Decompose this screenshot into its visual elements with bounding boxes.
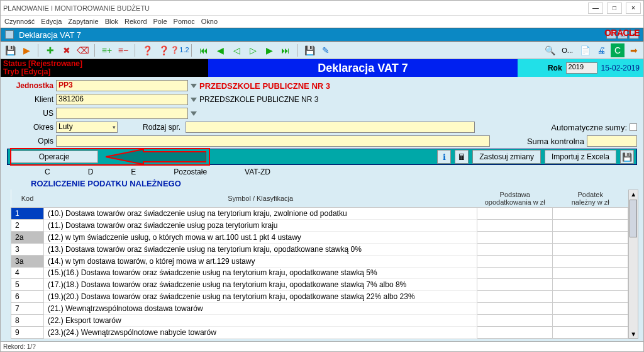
tab-e[interactable]: E [131, 167, 136, 176]
table-row: 4(15.)(16.) Dostawa towarów oraz świadcz… [11, 267, 628, 279]
cell-kod[interactable]: 3a [11, 255, 44, 267]
menu-pomoc[interactable]: Pomoc [174, 18, 195, 25]
tab-c[interactable]: C [45, 167, 50, 176]
close-button[interactable]: × [626, 3, 641, 14]
menu-rekord[interactable]: Rekord [125, 18, 147, 25]
cell-kod[interactable]: 3 [11, 243, 44, 255]
cell-podstawa[interactable] [477, 219, 553, 231]
tab-pozostale[interactable]: Pozostałe [174, 167, 207, 176]
refresh-icon[interactable]: C [611, 43, 625, 57]
scroll-up-icon[interactable]: ▲ [630, 190, 636, 198]
section-title: ROZLICZENIE PODATKU NALEŻNEGO [7, 179, 637, 190]
cell-kod[interactable]: 2 [11, 219, 44, 231]
okres-dropdown-icon[interactable]: ▾ [113, 124, 116, 130]
prev-page-icon[interactable]: ◁ [230, 43, 243, 57]
menu-zapytanie[interactable]: Zapytanie [68, 18, 98, 25]
export-icon[interactable]: 💾 [620, 150, 634, 164]
cell-podatek[interactable] [553, 327, 628, 339]
vertical-scrollbar[interactable]: ▲ ▼ [628, 190, 638, 339]
cell-podstawa[interactable] [477, 255, 553, 267]
cell-kod[interactable]: 6 [11, 291, 44, 303]
cell-podstawa[interactable] [477, 303, 553, 315]
help2-icon[interactable]: ❓ [157, 43, 170, 57]
save2-icon[interactable]: 💾 [303, 43, 316, 57]
last-record-icon[interactable]: ⏭ [279, 43, 292, 57]
add-row-icon[interactable]: ✚ [43, 43, 57, 57]
svg-marker-0 [106, 149, 206, 164]
tab-d[interactable]: D [88, 167, 94, 176]
cell-podatek[interactable] [553, 291, 628, 303]
maximize-button[interactable]: □ [607, 3, 622, 14]
cell-podatek[interactable] [553, 315, 628, 327]
klient-field[interactable]: 381206 [56, 94, 188, 105]
document-icon[interactable]: 📄 [578, 43, 592, 57]
cell-podatek[interactable] [553, 267, 628, 279]
cell-kod[interactable]: 4 [11, 267, 44, 279]
first-record-icon[interactable]: ⏮ [197, 43, 211, 57]
cell-podatek[interactable] [553, 219, 628, 231]
menu-blok[interactable]: Blok [105, 18, 118, 25]
menu-edycja[interactable]: Edycja [41, 18, 62, 25]
cell-podatek[interactable] [553, 231, 628, 243]
scroll-down-icon[interactable]: ▼ [630, 330, 636, 338]
clear-row-icon[interactable]: ⌫ [76, 43, 90, 57]
menu-okno[interactable]: Okno [201, 18, 218, 25]
klient-dropdown-icon[interactable] [191, 98, 197, 102]
cell-podatek[interactable] [553, 255, 628, 267]
cell-podstawa[interactable] [477, 231, 553, 243]
calculator-icon[interactable]: 🖩 [455, 150, 469, 164]
cell-podstawa[interactable] [477, 327, 553, 339]
prev-record-icon[interactable]: ◀ [213, 43, 227, 57]
scroll-thumb[interactable] [630, 200, 637, 237]
cell-podstawa[interactable] [477, 208, 553, 220]
print2-icon[interactable]: 🖨 [594, 43, 608, 57]
menu-pole[interactable]: Pole [153, 18, 167, 25]
minimize-button[interactable]: — [588, 3, 603, 14]
cell-podstawa[interactable] [477, 315, 553, 327]
cell-podstawa[interactable] [477, 243, 553, 255]
save-icon[interactable]: 💾 [3, 43, 17, 57]
cell-podatek[interactable] [553, 208, 628, 220]
help1-icon[interactable]: ❓ [140, 43, 154, 57]
print-icon[interactable]: ▶ [19, 43, 33, 57]
cell-kod[interactable]: 2a [11, 231, 44, 243]
operacje-button[interactable]: Operacje [10, 150, 98, 163]
jednostka-field[interactable]: PP3 [56, 80, 188, 91]
us-dropdown-icon[interactable] [191, 111, 197, 116]
next-record-icon[interactable]: ▶ [262, 43, 276, 57]
cell-podstawa[interactable] [477, 291, 553, 303]
edit-icon[interactable]: ✎ [319, 43, 333, 57]
year-field[interactable]: 2019 [566, 62, 597, 74]
cell-kod[interactable]: 5 [11, 279, 44, 291]
zastosuj-button[interactable]: Zastosuj zmiany [472, 150, 541, 164]
cell-podatek[interactable] [553, 243, 628, 255]
opis-field[interactable] [56, 135, 490, 147]
cell-kod[interactable]: 8 [11, 315, 44, 327]
help3-icon[interactable]: ❓1.2 [173, 43, 187, 57]
cell-kod[interactable]: 7 [11, 303, 44, 315]
cell-podstawa[interactable] [477, 279, 553, 291]
suma-field[interactable] [587, 135, 637, 147]
cell-kod[interactable]: 1 [11, 208, 44, 220]
cell-podstawa[interactable] [477, 267, 553, 279]
cell-podatek[interactable] [553, 303, 628, 315]
us-field[interactable] [56, 108, 188, 119]
jednostka-dropdown-icon[interactable] [191, 84, 197, 88]
rodzaj-field[interactable] [186, 122, 475, 133]
row-add2-icon[interactable]: ≡+ [100, 43, 114, 57]
okres-field[interactable]: Luty ▾ [56, 122, 118, 133]
auto-sums-checkbox[interactable] [630, 123, 637, 131]
exit-icon[interactable]: ➡ [627, 43, 641, 57]
next-page-icon[interactable]: ▷ [246, 43, 260, 57]
options-button[interactable]: O... [559, 43, 575, 57]
importuj-button[interactable]: Importuj z Excela [545, 150, 616, 164]
cell-podatek[interactable] [553, 279, 628, 291]
row-del2-icon[interactable]: ≡− [116, 43, 130, 57]
menu-czynnosc[interactable]: Czynność [4, 18, 35, 25]
zoom-icon[interactable]: 🔍 [543, 43, 557, 57]
remove-row-icon[interactable]: ✖ [60, 43, 74, 57]
jednostka-name: PRZEDSZKOLE PUBLICZNE NR 3 [199, 81, 330, 91]
tab-vat-zd[interactable]: VAT-ZD [245, 167, 270, 176]
cell-kod[interactable]: 9 [11, 327, 44, 339]
info-icon[interactable]: ℹ [437, 150, 451, 164]
